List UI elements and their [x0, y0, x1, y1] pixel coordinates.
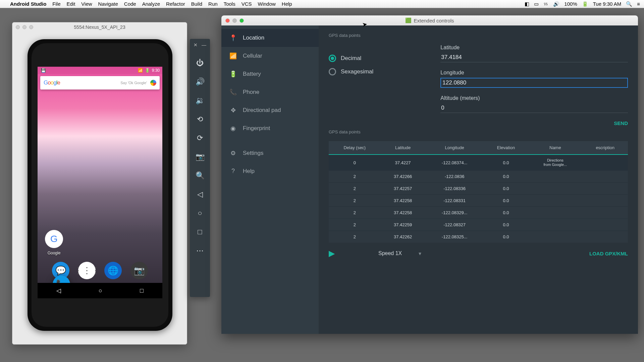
radio-label: Decimal: [341, 55, 361, 62]
window-minimize-icon[interactable]: [232, 18, 237, 23]
menu-edit[interactable]: Edit: [66, 1, 75, 7]
menubar-clock[interactable]: Tue 9:30 AM: [593, 1, 622, 7]
menu-icon[interactable]: ≡: [637, 1, 640, 7]
screens-icon[interactable]: ◧: [525, 1, 529, 7]
radio-label: Sexagesimal: [341, 68, 373, 75]
overview-icon[interactable]: □: [193, 224, 207, 240]
battery-icon[interactable]: 🔋: [582, 1, 588, 7]
phone-icon: 📞: [229, 88, 237, 96]
screenshot-icon[interactable]: 📷: [193, 149, 207, 165]
menu-window[interactable]: Window: [258, 1, 276, 7]
zoom-icon[interactable]: 🔍: [193, 168, 207, 184]
menu-refactor[interactable]: Refactor: [166, 1, 185, 7]
table-row[interactable]: 237.42259-122.083270.0: [329, 219, 628, 231]
table-row[interactable]: 237.42257-122.083360.0: [329, 183, 628, 195]
table-col[interactable]: Latitude: [381, 141, 425, 155]
sidebar-item-help[interactable]: ?Help: [221, 162, 319, 180]
sidebar-item-label: Location: [243, 35, 264, 41]
spotlight-icon[interactable]: 🔍: [626, 1, 632, 7]
sidebar-item-label: Battery: [243, 71, 261, 77]
overview-button[interactable]: □: [140, 287, 144, 294]
sidebar-item-phone[interactable]: 📞Phone: [221, 83, 319, 101]
menu-help[interactable]: Help: [282, 1, 292, 7]
rotate-right-icon[interactable]: ⟳: [193, 130, 207, 146]
sidebar-item-label: Fingerprint: [243, 125, 270, 132]
window-close-icon[interactable]: [225, 18, 230, 23]
home-icon[interactable]: ○: [193, 205, 207, 221]
latitude-input[interactable]: [440, 53, 628, 62]
menu-file[interactable]: File: [52, 1, 60, 7]
table-row[interactable]: 237.42258-122.08329...0.0: [329, 207, 628, 219]
menu-tools[interactable]: Tools: [224, 1, 235, 7]
sidebar-item-settings[interactable]: ⚙Settings: [221, 144, 319, 162]
radio-sexagesimal[interactable]: Sexagesimal: [329, 68, 373, 75]
camera-app-icon[interactable]: 📷: [130, 262, 148, 279]
sidebar-item-battery[interactable]: 🔋Battery: [221, 65, 319, 83]
back-icon[interactable]: ◁: [193, 186, 207, 202]
search-placeholder: Say 'Ok Google': [120, 81, 147, 85]
help-icon: ?: [229, 168, 237, 175]
table-col[interactable]: escription: [582, 141, 628, 155]
more-icon[interactable]: ⋯: [193, 243, 207, 259]
sidebar-item-fingerprint[interactable]: ◉Fingerprint: [221, 119, 319, 137]
table-col[interactable]: Delay (sec): [329, 141, 381, 155]
menu-build[interactable]: Build: [191, 1, 202, 7]
volume-up-icon[interactable]: 🔊: [193, 74, 207, 90]
menu-view[interactable]: View: [81, 1, 92, 7]
google-search-bar[interactable]: Google Say 'Ok Google': [40, 76, 160, 89]
home-button[interactable]: ○: [99, 287, 102, 294]
table-row[interactable]: 037.4227-122.08374...0.0Directionsfrom G…: [329, 155, 628, 171]
extended-titlebar[interactable]: 🟩Extended controls: [221, 15, 638, 25]
table-col[interactable]: Name: [528, 141, 582, 155]
device-screen[interactable]: 💾 📶 🔋 9:30 Google Say 'Ok Google' G Goog…: [38, 67, 162, 298]
signal-icon: 📶: [138, 68, 143, 73]
table-row[interactable]: 237.42266-122.08360.0: [329, 171, 628, 183]
menu-analyze[interactable]: Analyze: [142, 1, 160, 7]
altitude-input[interactable]: [440, 103, 628, 113]
radio-decimal[interactable]: Decimal: [329, 55, 373, 62]
google-app-label: Google: [42, 251, 66, 255]
window-traffic-lights[interactable]: [16, 25, 33, 29]
table-col[interactable]: Longitude: [425, 141, 484, 155]
back-button[interactable]: ◁: [56, 287, 61, 294]
minimize-icon[interactable]: —: [202, 42, 206, 48]
play-button[interactable]: ▶: [329, 249, 335, 258]
load-gpx-button[interactable]: LOAD GPX/KML: [589, 251, 628, 256]
close-icon[interactable]: ✕: [194, 42, 198, 48]
emulator-title: 5554:Nexus_5X_API_23: [74, 24, 125, 30]
sidebar-item-dpad[interactable]: ✥Directional pad: [221, 101, 319, 119]
send-button[interactable]: SEND: [440, 120, 628, 126]
power-icon[interactable]: ⏻: [193, 55, 207, 71]
menu-vcs[interactable]: VCS: [241, 1, 252, 7]
sidebar-item-cellular[interactable]: 📶Cellular: [221, 47, 319, 65]
google-logo: Google: [44, 79, 60, 86]
table-row[interactable]: 237.42258-122.083310.0: [329, 195, 628, 207]
menu-code[interactable]: Code: [124, 1, 136, 7]
airplay-icon[interactable]: ▭: [534, 1, 539, 7]
volume-down-icon[interactable]: 🔉: [193, 93, 207, 109]
mic-icon[interactable]: [150, 80, 156, 86]
menu-navigate[interactable]: Navigate: [98, 1, 118, 7]
sdcard-icon: 💾: [41, 68, 46, 73]
chevron-down-icon: ▾: [419, 250, 421, 257]
app-menu[interactable]: Android Studio: [10, 1, 46, 7]
sidebar-item-location[interactable]: 📍Location: [221, 29, 319, 47]
wifi-icon[interactable]: ᯾: [543, 1, 548, 7]
sidebar-item-label: Settings: [243, 150, 263, 157]
section-label: GPS data points: [329, 33, 628, 38]
table-col[interactable]: Elevation: [484, 141, 528, 155]
altitude-label: Altitude (meters): [440, 95, 628, 101]
table-row[interactable]: 237.42262-122.08325...0.0: [329, 231, 628, 243]
google-app-icon[interactable]: G: [45, 230, 63, 248]
browser-app-icon[interactable]: 🌐: [104, 262, 122, 279]
all-apps-icon[interactable]: ⋮⋮⋮: [78, 262, 96, 279]
menu-run[interactable]: Run: [208, 1, 218, 7]
rotate-left-icon[interactable]: ⟲: [193, 111, 207, 127]
volume-icon[interactable]: 🔊: [553, 1, 559, 7]
window-zoom-icon[interactable]: [239, 18, 244, 23]
speed-select[interactable]: Speed 1X ▾: [378, 250, 421, 257]
sidebar-item-label: Cellular: [243, 53, 262, 59]
latitude-label: Latitude: [440, 45, 628, 51]
longitude-input[interactable]: [440, 78, 628, 88]
battery-icon: 🔋: [145, 68, 150, 73]
